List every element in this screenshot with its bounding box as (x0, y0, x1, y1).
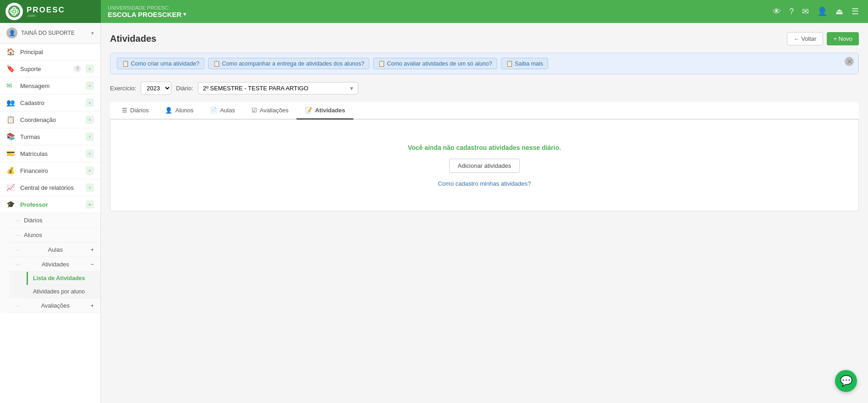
financeiro-expand-icon[interactable]: + (86, 166, 94, 175)
subnav-item-diarios[interactable]: Diários (9, 213, 100, 228)
content-header: Atividades ← Voltar + Novo (110, 32, 859, 45)
how-to-register-link[interactable]: Como cadastro minhas atividades? (438, 180, 531, 187)
exercicio-label: Exercício: (110, 85, 136, 92)
exercicio-select[interactable]: 2023 2022 2021 2024 (141, 82, 171, 95)
sidebar-item-relatorios[interactable]: 📈 Central de relatórios + (0, 179, 100, 196)
sidebar-item-suporte-label: Suporte (20, 66, 69, 72)
tab-aulas[interactable]: 📄 Aulas (202, 102, 243, 120)
sidebar-item-coordenacao[interactable]: 📋 Coordenação + (0, 111, 100, 128)
user-icon[interactable]: 👤 (817, 6, 827, 17)
tab-diarios-icon: ☰ (122, 107, 127, 114)
subnav-lista-atividades[interactable]: Lista de Atividades (27, 272, 100, 285)
logo-icon (5, 3, 23, 20)
user-name: TAINÁ DO SUPORTE (21, 30, 88, 36)
subnav-item-atividades[interactable]: Atividades − (9, 257, 100, 272)
tab-alunos-icon: 👤 (165, 107, 172, 114)
help-close-button[interactable]: ✕ (845, 57, 854, 66)
tab-atividades[interactable]: 📝 Atividades (297, 102, 353, 120)
suporte-help-icon[interactable]: ? (74, 65, 81, 72)
sidebar-item-turmas[interactable]: 📚 Turmas + (0, 128, 100, 145)
menu-icon[interactable]: ☰ (852, 6, 859, 17)
professor-subnav: Diários Alunos Aulas + Atividades − List… (0, 213, 100, 313)
sidebar-item-cadastro[interactable]: 👥 Cadastro + (0, 94, 100, 111)
subnav-item-alunos[interactable]: Alunos (9, 228, 100, 243)
exit-icon[interactable]: ⏏ (835, 6, 843, 17)
turmas-icon: 📚 (6, 132, 16, 141)
coordenacao-expand-icon[interactable]: + (86, 116, 94, 124)
subnav-avaliacoes-label: Avaliações (41, 302, 70, 309)
help-link-acompanhar[interactable]: 📋 Como acompanhar a entrega de atividade… (208, 58, 369, 69)
tab-aulas-label: Aulas (220, 107, 235, 114)
sidebar-item-financeiro[interactable]: 💰 Financeiro + (0, 162, 100, 179)
principal-icon: 🏠 (6, 48, 16, 56)
escola-label[interactable]: ESCOLA PROESCKER ▾ (108, 11, 757, 18)
chat-icon: 💬 (840, 375, 852, 387)
user-avatar: 👤 (6, 28, 17, 39)
sidebar-item-professor-label: Professor (20, 201, 81, 208)
logo-area: PROESC .com (0, 0, 101, 23)
tab-aulas-icon: 📄 (210, 107, 217, 114)
tab-alunos-label: Alunos (175, 107, 193, 114)
sidebar-item-professor[interactable]: 🎓 Professor + (0, 196, 100, 213)
matriculas-expand-icon[interactable]: + (86, 149, 94, 158)
sidebar-item-matriculas[interactable]: 💳 Matrículas + (0, 145, 100, 162)
financeiro-icon: 💰 (6, 166, 16, 175)
atividades-expand-icon[interactable]: − (90, 261, 94, 268)
content-card: Você ainda não cadastrou atividades ness… (110, 120, 859, 211)
subnav-item-aulas[interactable]: Aulas + (9, 243, 100, 257)
tab-atividades-icon: 📝 (305, 107, 312, 114)
turmas-expand-icon[interactable]: + (86, 132, 94, 141)
new-button[interactable]: + Novo (827, 32, 859, 45)
mensagem-icon: ✉ (6, 82, 16, 90)
sidebar-item-principal-label: Principal (20, 49, 94, 55)
diario-label: Diário: (176, 85, 193, 92)
subnav-atividades-label: Atividades (42, 261, 69, 268)
subnav-atividades-por-aluno[interactable]: Atividades por aluno (27, 285, 100, 298)
aulas-expand-icon[interactable]: + (90, 246, 94, 253)
header-buttons: ← Voltar + Novo (787, 32, 859, 45)
sidebar-item-relatorios-label: Central de relatórios (20, 184, 81, 191)
sidebar-item-principal[interactable]: 🏠 Principal (0, 44, 100, 61)
help-link-criar[interactable]: 📋 Como criar uma atividade? (117, 58, 204, 69)
diario-dropdown[interactable]: 2º SEMESTRE - TESTE PARA ARTIGO (198, 82, 358, 94)
coordenacao-icon: 📋 (6, 116, 16, 124)
main-layout: 👤 TAINÁ DO SUPORTE 🏠 Principal 🔖 Suporte… (0, 23, 868, 403)
help-banner: 📋 Como criar uma atividade? 📋 Como acomp… (110, 53, 859, 74)
tabs: ☰ Diários 👤 Alunos 📄 Aulas ☑ Avaliações … (110, 102, 859, 120)
chat-button[interactable]: 💬 (835, 370, 857, 392)
subnav-item-avaliacoes[interactable]: Avaliações + (9, 298, 100, 313)
tab-alunos[interactable]: 👤 Alunos (157, 102, 202, 120)
professor-expand-icon[interactable]: + (86, 200, 94, 209)
sidebar-item-mensagem-label: Mensagem (20, 83, 81, 89)
help-link-avaliar[interactable]: 📋 Como avaliar atividades de um só aluno… (373, 58, 497, 69)
diario-value: 2º SEMESTRE - TESTE PARA ARTIGO (203, 85, 346, 92)
mail-icon[interactable]: ✉ (802, 6, 809, 17)
suporte-icon: 🔖 (6, 65, 16, 73)
subnav-aulas-label: Aulas (48, 246, 63, 253)
user-bar[interactable]: 👤 TAINÁ DO SUPORTE (0, 23, 100, 44)
relatorios-expand-icon[interactable]: + (86, 183, 94, 192)
tab-diarios[interactable]: ☰ Diários (114, 102, 157, 120)
cadastro-expand-icon[interactable]: + (86, 99, 94, 107)
sidebar-item-turmas-label: Turmas (20, 133, 81, 140)
eye-icon[interactable]: 👁 (773, 7, 781, 17)
sidebar-item-mensagem[interactable]: ✉ Mensagem + (0, 77, 100, 94)
mensagem-expand-icon[interactable]: + (86, 82, 94, 90)
tab-avaliacoes-label: Avaliações (260, 107, 289, 114)
sidebar-item-cadastro-label: Cadastro (20, 99, 81, 106)
content-area: Atividades ← Voltar + Novo 📋 Como criar … (101, 23, 868, 403)
professor-icon: 🎓 (6, 200, 16, 209)
atividades-subnav: Lista de Atividades Atividades por aluno (9, 272, 100, 298)
add-activity-button[interactable]: Adicionar atividades (449, 159, 520, 173)
subnav-alunos-label: Alunos (24, 232, 42, 238)
avaliacoes-expand-icon[interactable]: + (90, 302, 94, 309)
help-link-saiba[interactable]: 📋 Saiba mais (501, 58, 548, 69)
sidebar-item-coordenacao-label: Coordenação (20, 116, 81, 123)
sidebar-item-suporte[interactable]: 🔖 Suporte ? + (0, 61, 100, 77)
tab-diarios-label: Diários (130, 107, 148, 114)
help-icon[interactable]: ? (789, 7, 794, 17)
universidade-label: UNIVERSIDADE PROESC: (108, 5, 757, 11)
back-button[interactable]: ← Voltar (787, 32, 824, 45)
suporte-expand-icon[interactable]: + (86, 65, 94, 73)
tab-avaliacoes[interactable]: ☑ Avaliações (243, 102, 297, 120)
